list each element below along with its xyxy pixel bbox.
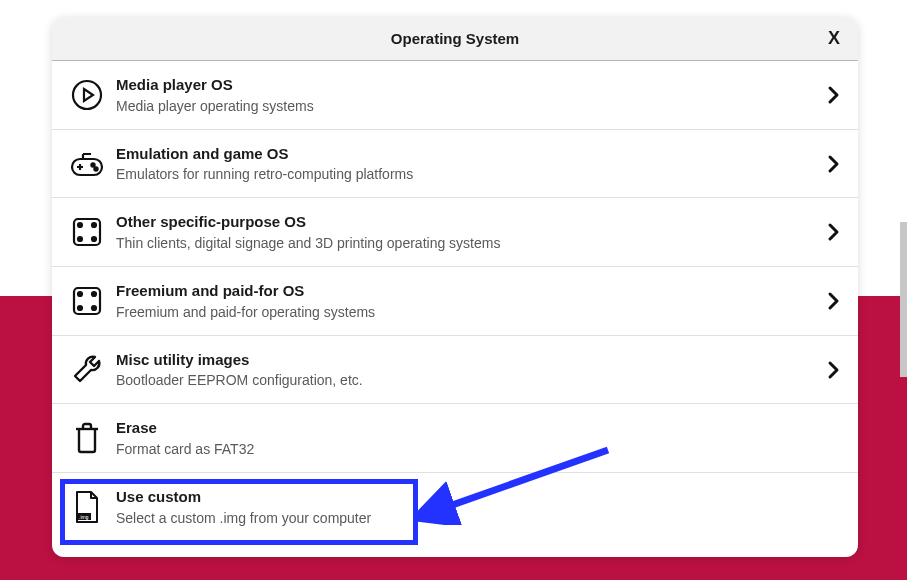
svg-point-14 xyxy=(78,292,82,296)
gamepad-icon xyxy=(66,145,108,183)
list-item-title: Emulation and game OS xyxy=(116,144,810,164)
list-item-title: Misc utility images xyxy=(116,350,810,370)
list-item-subtitle: Freemium and paid-for operating systems xyxy=(116,303,810,321)
svg-point-0 xyxy=(73,81,101,109)
svg-point-9 xyxy=(78,223,82,227)
list-item-use-custom[interactable]: .img Use custom Select a custom .img fro… xyxy=(52,473,858,541)
svg-point-11 xyxy=(78,237,82,241)
list-item-title: Other specific-purpose OS xyxy=(116,212,810,232)
list-item-title: Freemium and paid-for OS xyxy=(116,281,810,301)
img-file-icon: .img xyxy=(66,488,108,526)
trash-icon xyxy=(66,419,108,457)
svg-point-17 xyxy=(92,306,96,310)
list-item-title: Erase xyxy=(116,418,810,438)
list-item-title: Use custom xyxy=(116,487,810,507)
list-item-subtitle: Media player operating systems xyxy=(116,97,810,115)
list-item-media-player-os[interactable]: Media player OS Media player operating s… xyxy=(52,61,858,130)
list-item-subtitle: Emulators for running retro-computing pl… xyxy=(116,165,810,183)
os-list[interactable]: Media player OS Media player operating s… xyxy=(52,61,858,557)
svg-text:.img: .img xyxy=(79,513,89,519)
svg-point-15 xyxy=(92,292,96,296)
svg-point-5 xyxy=(94,167,97,170)
modal-title: Operating System xyxy=(391,30,519,47)
svg-point-10 xyxy=(92,223,96,227)
list-item-freemium-paid-os[interactable]: Freemium and paid-for OS Freemium and pa… xyxy=(52,267,858,336)
list-item-other-specific-os[interactable]: Other specific-purpose OS Thin clients, … xyxy=(52,198,858,267)
os-selector-modal: Operating System X Media player OS Media… xyxy=(52,17,858,557)
wrench-icon xyxy=(66,351,108,389)
list-item-misc-utility-images[interactable]: Misc utility images Bootloader EEPROM co… xyxy=(52,336,858,405)
list-item-subtitle: Bootloader EEPROM configuration, etc. xyxy=(116,371,810,389)
list-item-erase[interactable]: Erase Format card as FAT32 xyxy=(52,404,858,473)
scrollbar-thumb[interactable] xyxy=(900,222,907,377)
play-circle-icon xyxy=(66,76,108,114)
list-item-subtitle: Select a custom .img from your computer xyxy=(116,509,810,527)
chevron-right-icon xyxy=(810,291,840,311)
dice-icon xyxy=(66,282,108,320)
chevron-right-icon xyxy=(810,85,840,105)
svg-point-12 xyxy=(92,237,96,241)
list-item-subtitle: Format card as FAT32 xyxy=(116,440,810,458)
chevron-right-icon xyxy=(810,154,840,174)
chevron-right-icon xyxy=(810,222,840,242)
list-item-emulation-game-os[interactable]: Emulation and game OS Emulators for runn… xyxy=(52,130,858,199)
chevron-right-icon xyxy=(810,360,840,380)
list-item-subtitle: Thin clients, digital signage and 3D pri… xyxy=(116,234,810,252)
svg-point-16 xyxy=(78,306,82,310)
dice-icon xyxy=(66,213,108,251)
close-button[interactable]: X xyxy=(828,17,840,60)
modal-header: Operating System X xyxy=(52,17,858,61)
list-item-title: Media player OS xyxy=(116,75,810,95)
svg-point-4 xyxy=(91,163,94,166)
